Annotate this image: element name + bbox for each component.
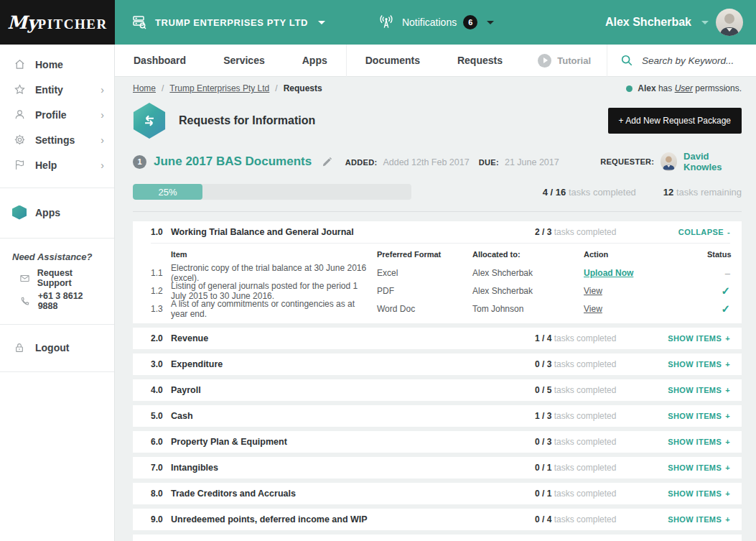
sections-list: 1.0 Working Trial Balance and General Jo… [133,221,742,541]
collapse-button[interactable]: COLLAPSE- [664,228,730,236]
section-row: 4.0 Payroll 0 / 5 tasks completed SHOW I… [151,379,730,401]
section-title: Revenue [171,333,535,343]
user-menu[interactable]: Alex Shcherbak [605,9,743,36]
item-allocated: Tom Johnson [472,304,584,314]
table-row: 1.3 A list of any commitments or conting… [151,300,730,318]
divider [133,211,742,212]
upload-now-link[interactable]: Upload Now [584,268,633,278]
notifications-menu[interactable]: Notifications 6 [377,13,494,32]
page-title: Requests for Information [179,114,315,127]
apps-hexagon-icon [12,205,27,220]
section-progress: 1 / 3 tasks completed [535,411,664,421]
show-items-button[interactable]: SHOW ITEMS+ [664,515,730,524]
item-number: 1.3 [151,304,171,314]
section-number: 3.0 [151,359,171,369]
section-row: 9.0 Unredeemed points, deferred income a… [151,509,730,530]
person-icon [12,108,27,121]
progress-fill: 25% [133,184,202,200]
section-title: Intangibles [171,463,535,473]
item-description: A list of any commitments or contingenci… [171,299,377,319]
check-icon: ✓ [721,302,730,315]
view-link[interactable]: View [584,304,602,314]
section-block: 2.0 Revenue 1 / 4 tasks completed SHOW I… [133,328,742,349]
item-number: 1.1 [151,268,171,278]
sidebar-item-label: Home [35,59,104,70]
star-icon [12,83,27,96]
phone-icon [19,296,32,307]
notifications-badge: 6 [463,15,477,29]
section-block: 6.0 Property Plan & Equipment 0 / 3 task… [133,431,742,453]
item-description: Listing of general journals posted for t… [171,281,377,301]
notifications-label: Notifications [402,17,457,28]
support-phone[interactable]: +61 3 8612 9888 [0,290,114,313]
avatar [716,9,743,36]
show-items-button[interactable]: SHOW ITEMS+ [664,489,730,498]
sidebar-item-settings[interactable]: Settings › [0,127,114,152]
request-support-link[interactable]: Request Support [0,267,114,290]
progress-percent: 25% [158,187,177,198]
entity-selector[interactable]: TRUMP ENTERPRISES PTY LTD [131,14,325,31]
lock-icon [12,342,27,353]
section-title: Working Trial Balance and General Journa… [171,227,535,237]
section-title: Unredeemed points, deferred income and W… [171,514,535,524]
item-format: Word Doc [377,304,472,314]
sidebar-item-label: Apps [35,207,104,218]
main-nav: Dashboard Services Apps Documents Reques… [115,45,756,77]
col-header-item: Item [171,250,377,259]
search-input[interactable] [642,55,750,66]
section-progress: 0 / 5 tasks completed [535,385,664,395]
sidebar-item-home[interactable]: Home [0,52,114,77]
sidebar-item-apps[interactable]: Apps [0,200,114,225]
section-number: 2.0 [151,333,171,343]
logo[interactable]: MyPITCHER [0,0,115,45]
show-items-button[interactable]: SHOW ITEMS+ [664,438,730,446]
breadcrumb-home[interactable]: Home [133,83,156,93]
item-format: Excel [377,268,472,278]
add-request-package-button[interactable]: + Add New Request Package [608,108,742,134]
requester-avatar [661,152,677,171]
check-icon: ✓ [721,285,730,297]
show-items-button[interactable]: SHOW ITEMS+ [664,334,730,343]
flag-icon [12,159,27,171]
table-row: 1.1 Electronic copy of the trial balance… [151,264,730,282]
section-block: 7.0 Intangibles 0 / 1 tasks completed SH… [133,457,742,478]
section-title: Trade Creditors and Accruals [171,489,535,499]
section-row: 10.0 Related Parties 0 / 2 tasks complet… [151,535,730,541]
show-items-button[interactable]: SHOW ITEMS+ [664,463,730,472]
sidebar-item-profile[interactable]: Profile › [0,102,114,127]
col-header-status: Status [707,250,730,259]
chevron-down-icon [701,21,709,24]
sidebar-item-label: Entity [35,84,101,96]
requester-name[interactable]: David Knowles [683,151,742,172]
package-index-badge: 1 [133,155,146,169]
status-dot [626,85,633,92]
chevron-right-icon: › [101,159,104,171]
section-number: 4.0 [151,385,171,395]
tab-documents[interactable]: Documents [347,45,439,76]
request-support-label: Request Support [37,268,104,288]
section-block: 10.0 Related Parties 0 / 2 tasks complet… [133,535,742,541]
breadcrumb: Home / Trump Enterprises Pty Ltd / Reque… [133,78,742,99]
section-number: 1.0 [151,227,171,237]
sidebar-item-label: Settings [35,134,101,146]
show-items-button[interactable]: SHOW ITEMS+ [664,412,730,420]
tab-requests[interactable]: Requests [439,45,521,76]
show-items-button[interactable]: SHOW ITEMS+ [664,386,730,394]
tab-apps[interactable]: Apps [284,45,346,76]
package-header: 1 June 2017 BAS Documents ADDED:Added 12… [133,149,742,174]
sidebar-item-label: Logout [35,342,104,353]
breadcrumb-entity[interactable]: Trump Enterprises Pty Ltd [169,83,269,93]
user-name: Alex Shcherbak [605,16,691,29]
tab-dashboard[interactable]: Dashboard [115,45,205,76]
sidebar-item-logout[interactable]: Logout [0,335,114,360]
search-bar [607,45,756,77]
tutorial-button[interactable]: Tutorial [538,54,607,68]
show-items-button[interactable]: SHOW ITEMS+ [664,360,730,369]
view-link[interactable]: View [584,286,602,296]
col-header-action: Action [584,250,707,259]
sidebar-item-help[interactable]: Help › [0,152,114,177]
edit-pencil-icon[interactable] [322,157,332,167]
item-number: 1.2 [151,286,171,296]
sidebar-item-entity[interactable]: Entity › [0,77,114,102]
tab-services[interactable]: Services [205,45,284,76]
